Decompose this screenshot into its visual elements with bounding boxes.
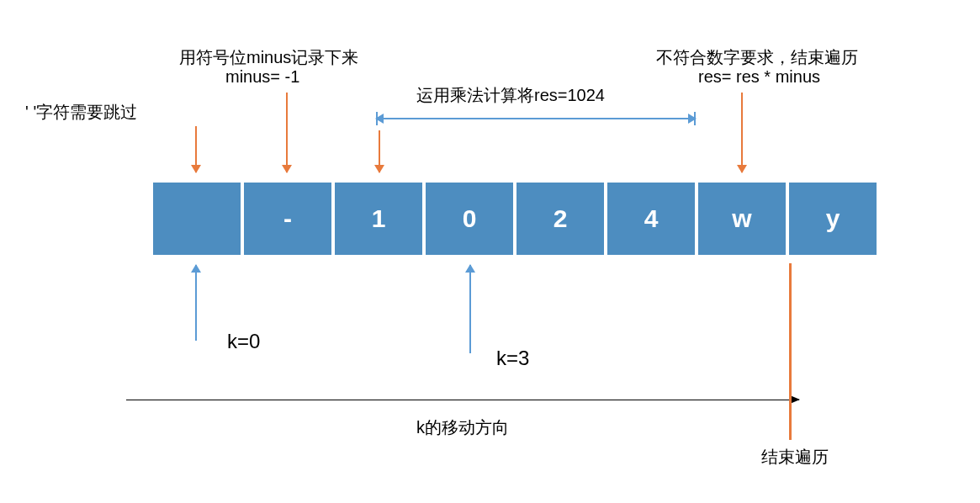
end-traversal-label: 结束遍历 (761, 446, 829, 469)
arrow-up-k0 (195, 265, 197, 341)
cell-7: y (787, 181, 878, 257)
fail-label-line1: 不符合数字要求，结束遍历 (656, 46, 858, 69)
cell-6: w (697, 181, 787, 257)
end-traversal-bar (789, 263, 792, 440)
k3-label: k=3 (496, 347, 529, 370)
cell-0 (151, 181, 242, 257)
cell-5: 4 (606, 181, 697, 257)
k0-label: k=0 (227, 330, 260, 353)
arrow-down-fail (741, 93, 743, 172)
calc-label: 运用乘法计算将res=1024 (416, 84, 605, 107)
arrow-up-k3 (469, 265, 471, 353)
range-arrow (376, 118, 696, 119)
arrow-down-minus (286, 93, 288, 172)
arrow-down-skip (195, 126, 197, 172)
arrow-down-calc-ptr (379, 130, 380, 172)
cell-3: 0 (424, 181, 515, 257)
skip-char-label: ' '字符需要跳过 (25, 101, 137, 124)
cells-row: - 1 0 2 4 w y (151, 181, 878, 257)
minus-label-line1: 用符号位minus记录下来 (179, 46, 358, 69)
direction-arrow (126, 400, 799, 400)
cell-2: 1 (333, 181, 424, 257)
cell-1: - (242, 181, 333, 257)
fail-label-line2: res= res * minus (698, 67, 820, 87)
k-direction-label: k的移动方向 (416, 416, 509, 439)
cell-4: 2 (515, 181, 606, 257)
minus-label-line2: minus= -1 (225, 67, 299, 87)
